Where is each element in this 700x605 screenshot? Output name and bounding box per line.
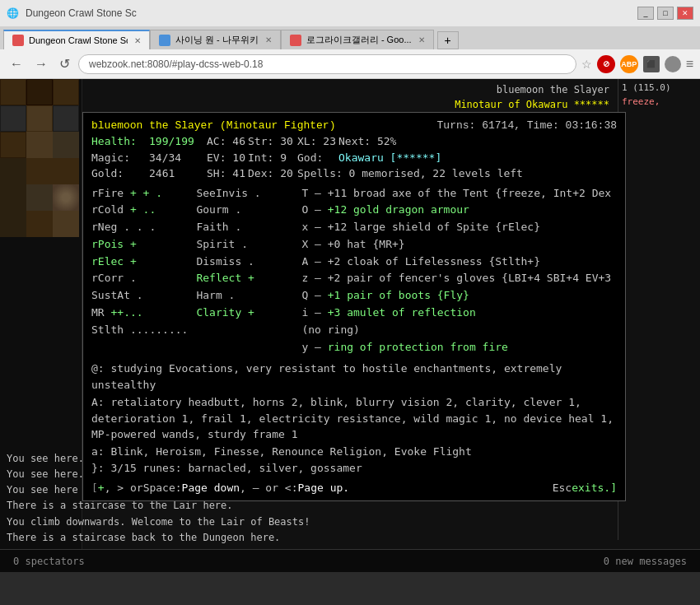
- stats-row1: Health: 199/199 AC: 46 Str: 30 XL: 23 Ne…: [91, 133, 617, 150]
- spectators-label: 0 spectators: [13, 556, 85, 567]
- tile-cell: [26, 79, 53, 105]
- equip-X-sep: –: [315, 238, 328, 250]
- msg-5: You climb downwards. Welcome to the Lair…: [7, 514, 348, 530]
- security-label: ⊘: [603, 59, 609, 68]
- equip-z-sep: –: [315, 272, 328, 284]
- equip-o: O – +12 gold dragon armour: [301, 202, 617, 219]
- rneg-row: rNeg . . .: [91, 219, 188, 236]
- tab-close-gallery[interactable]: ✕: [418, 35, 425, 44]
- equip-t: T – +11 broad axe of the Tent {freeze, I…: [301, 185, 617, 202]
- security-icon[interactable]: ⊘: [597, 55, 615, 73]
- msg-6: There is a staircase back to the Dungeon…: [7, 530, 348, 546]
- tile-cell: [0, 211, 26, 237]
- title-bar-left: 🌐 Dungeon Crawl Stone Sc: [7, 7, 137, 19]
- tile-cell: [53, 132, 79, 158]
- maximize-button[interactable]: □: [657, 7, 674, 20]
- forward-button[interactable]: →: [31, 55, 51, 73]
- tab-gallery[interactable]: 로그라이크갤러리 - Goo... ✕: [281, 30, 434, 49]
- new-messages-label: 0 new messages: [604, 556, 687, 567]
- rfire-row: rFire + + .: [91, 185, 188, 202]
- spells-label: Spells: 0 memorised, 22 levels left: [297, 165, 523, 182]
- player-name-top: bluemoon the Slayer: [455, 82, 609, 97]
- new-tab-button[interactable]: +: [437, 31, 459, 49]
- back-button[interactable]: ←: [7, 55, 26, 73]
- minimize-button[interactable]: _: [637, 7, 654, 20]
- xl-label: XL: 23: [297, 133, 338, 150]
- panel-header: bluemoon the Slayer (Minotaur Fighter) T…: [91, 119, 617, 132]
- tab-dcss[interactable]: Dungeon Crawl Stone Sc ✕: [3, 30, 150, 49]
- tile-cell: [53, 158, 79, 184]
- stats-row3: Gold: 2461 SH: 41 Dex: 20 Spells: 0 memo…: [91, 165, 617, 182]
- tile-cell: [53, 79, 79, 105]
- tab-wiki[interactable]: 사이닝 원 - 나무위키 ✕: [150, 30, 281, 49]
- reload-button[interactable]: ↺: [56, 54, 73, 73]
- equip-X-desc: +0 hat {MR+}: [328, 238, 405, 250]
- rcorr-row: rCorr .: [91, 270, 188, 287]
- sh-label: SH: 41: [207, 165, 248, 182]
- abilities-row: A: retaliatory headbutt, horns 2, blink,…: [91, 394, 617, 443]
- sustat-row: SustAt .: [91, 287, 188, 305]
- stlth-row: Stlth .........: [91, 322, 188, 339]
- magic-label: Magic:: [91, 150, 149, 166]
- stlth-val: .........: [130, 323, 188, 336]
- status-bar: 0 spectators 0 new messages: [0, 549, 700, 572]
- nav-hint-row: [ + , > or Space: Page down , – or <: Pa…: [91, 482, 617, 494]
- nav-sep: , – or <:: [240, 482, 297, 494]
- adblock-button[interactable]: ABP: [620, 55, 638, 73]
- rneg-label: rNeg: [91, 221, 124, 233]
- tab-close-wiki[interactable]: ✕: [265, 35, 272, 44]
- reflect-val: +: [248, 272, 254, 284]
- nav-bracket-open: [: [91, 482, 98, 494]
- nav-bar: ← → ↺ webzook.net:8080/#play-dcss-web-0.…: [0, 49, 700, 79]
- tab-label-dcss: Dungeon Crawl Stone Sc: [29, 35, 128, 45]
- stats-row2: Magic: 34/34 EV: 10 Int: 9 God: Okawaru …: [91, 150, 617, 166]
- nav-pageup: Page up.: [298, 482, 350, 494]
- dismiss-row: Dismiss .: [196, 254, 295, 271]
- ev-label: EV: 10: [207, 150, 248, 166]
- user-icon[interactable]: [665, 56, 681, 72]
- title-bar: 🌐 Dungeon Crawl Stone Sc _ □ ✕: [0, 0, 700, 26]
- equip-X: X – +0 hat {MR+}: [301, 236, 617, 254]
- tile-cell: [0, 79, 26, 105]
- equip-i: i – +3 amulet of reflection: [301, 305, 617, 322]
- equip-a-slot: A: [301, 255, 308, 268]
- bookmark-icon[interactable]: ☆: [581, 58, 592, 71]
- gold-value: 2461: [149, 165, 207, 182]
- faith-label: Faith: [196, 221, 235, 233]
- equip-x-desc: +12 large shield of Spite {rElec}: [328, 221, 540, 233]
- magic-value: 34/34: [149, 150, 207, 166]
- equip-x-slot: x: [301, 221, 308, 233]
- address-text: webzook.net:8080/#play-dcss-web-0.18: [89, 58, 263, 70]
- equip-a-desc: +2 cloak of Lifelessness {Stlth+}: [328, 255, 540, 268]
- close-button[interactable]: ✕: [677, 7, 693, 20]
- equip-y-slot: y: [301, 341, 308, 353]
- tab-bar: Dungeon Crawl Stone Sc ✕ 사이닝 원 - 나무위키 ✕ …: [0, 26, 700, 49]
- equip-X-slot: X: [301, 238, 308, 250]
- spirit-val: .: [241, 238, 248, 250]
- spirit-label: Spirit: [196, 238, 241, 250]
- equip-q-desc: +1 pair of boots {Fly}: [328, 289, 469, 301]
- next-label: Next: 52%: [338, 133, 396, 150]
- tab-close-dcss[interactable]: ✕: [134, 36, 141, 45]
- tile-cell: [0, 158, 26, 184]
- equip-z: z – +2 pair of fencer's gloves {LBI+4 SB…: [301, 270, 617, 287]
- menu-button[interactable]: ≡: [686, 57, 693, 72]
- seeinvis-val: .: [248, 187, 261, 199]
- tab-icon-wiki: [159, 35, 170, 46]
- extension-icon[interactable]: ⬛: [643, 56, 660, 72]
- tile-cell: [53, 105, 79, 132]
- equipment-col: T – +11 broad axe of the Tent {freeze, I…: [295, 185, 617, 356]
- dismiss-label: Dismiss: [196, 255, 248, 268]
- nav-plus: +: [98, 482, 105, 494]
- rfire-label: rFire: [91, 187, 130, 199]
- int-label: Int: 9: [248, 150, 297, 166]
- equip-i-slot: i: [301, 306, 308, 319]
- rpois-val: +: [130, 238, 137, 250]
- reflect-label: Reflect: [196, 272, 248, 284]
- faith-row: Faith .: [196, 219, 295, 236]
- address-bar[interactable]: webzook.net:8080/#play-dcss-web-0.18: [78, 54, 576, 74]
- equip-i-sep: –: [315, 306, 328, 319]
- tile-cell: [26, 158, 53, 184]
- harm-val: .: [229, 289, 236, 301]
- equip-o-slot: O: [301, 203, 308, 216]
